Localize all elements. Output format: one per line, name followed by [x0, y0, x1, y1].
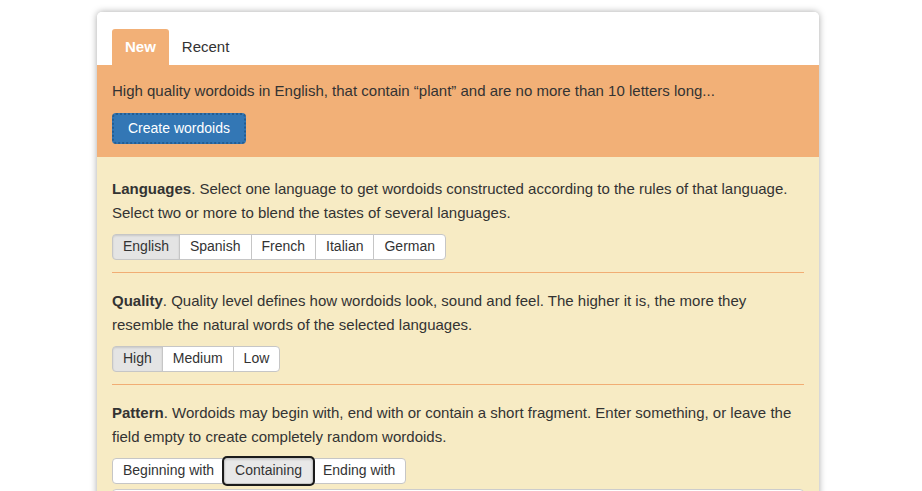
- languages-title: Languages: [112, 180, 191, 197]
- section-divider: [112, 384, 804, 385]
- quality-title: Quality: [112, 292, 163, 309]
- pattern-title: Pattern: [112, 404, 164, 421]
- tab-strip: New Recent: [97, 12, 819, 65]
- pattern-button-group: Beginning with Containing Ending with: [112, 458, 406, 484]
- settings-area: Languages. Select one language to get wo…: [97, 157, 819, 491]
- languages-description: Languages. Select one language to get wo…: [112, 177, 804, 225]
- quality-option-high[interactable]: High: [112, 346, 163, 372]
- section-languages: Languages. Select one language to get wo…: [112, 177, 804, 273]
- tab-recent[interactable]: Recent: [169, 29, 243, 65]
- wordoid-panel: New Recent High quality wordoids in Engl…: [97, 12, 819, 491]
- quality-description-text: . Quality level defines how wordoids loo…: [112, 292, 746, 333]
- language-option-french[interactable]: French: [251, 234, 317, 260]
- section-divider: [112, 272, 804, 273]
- quality-description: Quality. Quality level defines how wordo…: [112, 289, 804, 337]
- create-wordoids-button[interactable]: Create wordoids: [112, 113, 246, 144]
- pattern-option-containing[interactable]: Containing: [224, 458, 313, 484]
- language-option-english[interactable]: English: [112, 234, 180, 260]
- language-option-italian[interactable]: Italian: [315, 234, 374, 260]
- tab-new[interactable]: New: [112, 29, 169, 65]
- quality-button-group: High Medium Low: [112, 346, 280, 372]
- summary-text: High quality wordoids in English, that c…: [112, 80, 804, 101]
- quality-option-medium[interactable]: Medium: [162, 346, 234, 372]
- section-pattern: Pattern. Wordoids may begin with, end wi…: [112, 401, 804, 491]
- pattern-option-beginning-with[interactable]: Beginning with: [112, 458, 225, 484]
- languages-description-text: . Select one language to get wordoids co…: [112, 180, 787, 221]
- section-quality: Quality. Quality level defines how wordo…: [112, 289, 804, 385]
- summary-banner: High quality wordoids in English, that c…: [97, 65, 819, 157]
- language-option-german[interactable]: German: [373, 234, 446, 260]
- language-button-group: English Spanish French Italian German: [112, 234, 446, 260]
- pattern-description: Pattern. Wordoids may begin with, end wi…: [112, 401, 804, 449]
- pattern-description-text: . Wordoids may begin with, end with or c…: [112, 404, 791, 445]
- language-option-spanish[interactable]: Spanish: [179, 234, 252, 260]
- pattern-option-ending-with[interactable]: Ending with: [312, 458, 406, 484]
- quality-option-low[interactable]: Low: [233, 346, 281, 372]
